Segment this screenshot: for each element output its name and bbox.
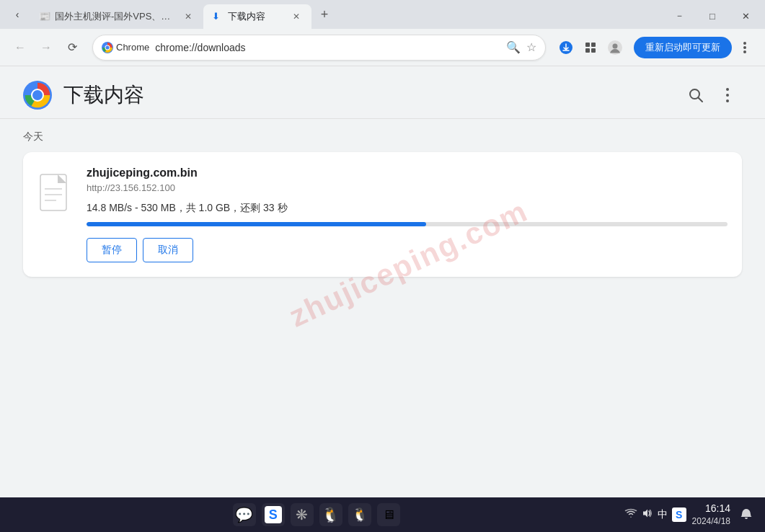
svg-point-11	[743, 46, 746, 49]
download-icon-button[interactable]	[554, 36, 578, 59]
svg-point-10	[743, 42, 746, 45]
taskbar-app3[interactable]: ❋	[291, 503, 314, 526]
header-actions	[681, 81, 742, 110]
svg-rect-6	[585, 48, 590, 53]
more-options-button[interactable]	[713, 81, 742, 110]
omnibar[interactable]: Chrome chrome://downloads 🔍 ☆	[92, 35, 546, 61]
svg-point-15	[32, 90, 43, 100]
svg-rect-5	[591, 43, 596, 47]
volume-icon[interactable]	[642, 507, 653, 521]
tab-active-2[interactable]: ⬇ 下载内容 ✕	[203, 4, 311, 29]
downloads-title-area: 下载内容	[23, 81, 144, 110]
omnibar-chrome-badge: Chrome	[102, 42, 149, 53]
forward-button[interactable]: →	[35, 36, 58, 59]
ime-icon[interactable]: 中	[658, 508, 668, 521]
omnibar-url: chrome://downloads	[155, 42, 500, 53]
download-actions: 暂停 取消	[87, 238, 728, 262]
svg-rect-7	[591, 48, 596, 53]
page-title: 下载内容	[63, 81, 144, 109]
download-status: 14.8 MB/s - 530 MB，共 1.0 GB，还剩 33 秒	[87, 202, 728, 215]
search-icon[interactable]: 🔍	[506, 40, 521, 54]
window-controls: － □ ✕	[663, 0, 765, 29]
back-button[interactable]: ←	[9, 36, 32, 59]
wifi-icon[interactable]	[624, 508, 637, 520]
tab-title-1: 国外主机测评-国外VPS、国外...	[55, 10, 177, 23]
tab-close-1[interactable]: ✕	[182, 10, 195, 23]
reload-button[interactable]: ⟳	[61, 36, 84, 59]
bookmark-icon[interactable]: ☆	[526, 40, 536, 54]
profile-icon-button[interactable]	[603, 36, 627, 59]
page-content: 下载内容 今天	[0, 66, 765, 497]
update-button[interactable]: 重新启动即可更新	[634, 37, 732, 58]
chrome-logo	[23, 81, 52, 110]
svg-point-9	[613, 43, 618, 48]
svg-point-17	[726, 88, 729, 91]
taskbar-sogou[interactable]: S	[262, 503, 285, 526]
progress-bar-container	[87, 222, 728, 226]
input-method-icon[interactable]: S	[672, 507, 686, 522]
omnibar-chrome-label: Chrome	[116, 42, 149, 53]
taskbar-rdp[interactable]: 🖥	[377, 503, 400, 526]
tab-scroll-back[interactable]: ‹	[6, 3, 29, 26]
close-button[interactable]: ✕	[729, 4, 762, 27]
section-label: 今天	[23, 130, 742, 143]
svg-point-19	[726, 99, 729, 102]
pause-button[interactable]: 暂停	[87, 238, 137, 262]
taskbar-qq2[interactable]: 🐧	[348, 503, 371, 526]
notification-icon[interactable]	[736, 505, 756, 525]
clock-time: 16:14	[692, 502, 730, 516]
progress-bar-fill	[87, 222, 426, 226]
tab-inactive-1[interactable]: 📰 国外主机测评-国外VPS、国外... ✕	[30, 4, 203, 29]
taskbar-center: 💬 S ❋ 🐧 🐧 🖥	[233, 503, 400, 526]
svg-point-18	[726, 94, 729, 97]
tab-title-2: 下载内容	[228, 10, 286, 23]
search-downloads-button[interactable]	[681, 81, 710, 110]
download-info: zhujiceping.com.bin http://23.156.152.10…	[87, 167, 728, 262]
taskbar-qq1[interactable]: 🐧	[319, 503, 342, 526]
toolbar-right: 重新启动即可更新	[554, 36, 756, 59]
sys-tray: 中 S	[624, 507, 686, 522]
svg-rect-4	[585, 43, 590, 47]
clock: 16:14 2024/4/18	[692, 502, 730, 528]
taskbar: 💬 S ❋ 🐧 🐧 🖥	[0, 497, 765, 532]
extensions-icon-button[interactable]	[579, 36, 602, 59]
tab-group: ‹ 📰 国外主机测评-国外VPS、国外... ✕ ⬇ 下载内容 ✕ +	[0, 0, 663, 29]
svg-point-2	[106, 45, 110, 49]
minimize-button[interactable]: －	[663, 4, 696, 27]
svg-point-12	[743, 50, 746, 53]
toolbar: ← → ⟳ Chrome chrome://downloads 🔍 ☆	[0, 29, 765, 66]
downloads-header: 下载内容	[0, 66, 765, 119]
menu-button[interactable]	[733, 36, 756, 59]
tab-favicon-2: ⬇	[212, 11, 224, 22]
new-tab-button[interactable]: +	[314, 4, 335, 25]
tab-close-2[interactable]: ✕	[290, 10, 303, 23]
download-card: zhujiceping.com.bin http://23.156.152.10…	[23, 152, 742, 277]
taskbar-wechat[interactable]: 💬	[233, 503, 256, 526]
cancel-button[interactable]: 取消	[143, 238, 193, 262]
downloads-list: 今天 zhujiceping.com.bin http://23.156.15	[0, 119, 765, 288]
file-url: http://23.156.152.100	[87, 182, 728, 193]
title-bar: ‹ 📰 国外主机测评-国外VPS、国外... ✕ ⬇ 下载内容 ✕ + － □ …	[0, 0, 765, 29]
taskbar-right: 中 S 16:14 2024/4/18	[624, 502, 756, 528]
file-icon	[37, 172, 72, 213]
tab-favicon-1: 📰	[39, 11, 50, 22]
clock-date: 2024/4/18	[692, 515, 730, 528]
maximize-button[interactable]: □	[696, 4, 729, 27]
file-name: zhujiceping.com.bin	[87, 167, 728, 179]
